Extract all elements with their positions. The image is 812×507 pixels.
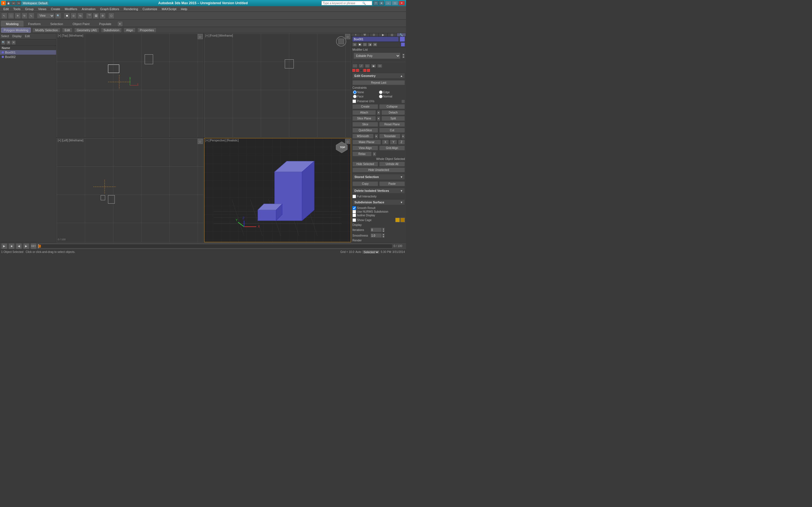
quick-access-btn[interactable]: 💾 bbox=[6, 1, 11, 5]
menu-views[interactable]: Views bbox=[36, 6, 49, 11]
cage-color-1[interactable] bbox=[395, 218, 400, 222]
sel-border-btn[interactable]: ⬚ bbox=[365, 64, 370, 68]
constraint-normal[interactable]: Normal bbox=[379, 95, 404, 98]
hide-unselected-btn[interactable]: Hide Unselected bbox=[352, 168, 405, 172]
sub-polygon-modeling[interactable]: Polygon Modeling bbox=[1, 27, 31, 33]
tab-populate[interactable]: Populate bbox=[94, 21, 116, 27]
sub-modify-selection[interactable]: Modify Selection bbox=[33, 27, 60, 33]
panel-icon-2[interactable]: 🔲 bbox=[357, 43, 362, 47]
isoline-display-checkbox[interactable] bbox=[352, 214, 356, 217]
panel-icon-5[interactable]: ⚙ bbox=[373, 43, 377, 47]
slice-btn[interactable]: Slice bbox=[352, 122, 378, 127]
z-btn[interactable]: Z bbox=[398, 140, 405, 145]
cmd-tab-hierarchy[interactable]: ⊙ bbox=[370, 33, 378, 36]
iterations-down[interactable]: ▼ bbox=[382, 230, 385, 232]
scene-item-box002[interactable]: Box002 bbox=[0, 55, 56, 59]
scene-filter-btn[interactable]: 🔍 bbox=[1, 40, 6, 45]
viewport-perspective[interactable]: [+] [Perspective] [Realistic] bbox=[204, 138, 351, 242]
view-align-btn[interactable]: View Align bbox=[352, 146, 378, 151]
reference-coord-dropdown[interactable]: View World Screen bbox=[37, 13, 54, 18]
use-nurms-label[interactable]: Use NURMS Subdivision bbox=[352, 210, 405, 214]
smoothness-down[interactable]: ▼ bbox=[382, 235, 385, 238]
scene-settings-btn[interactable]: ⚙ bbox=[6, 40, 11, 45]
x-btn[interactable]: X bbox=[382, 140, 389, 145]
full-interactivity-checkbox[interactable] bbox=[352, 194, 356, 198]
cmd-tab-utilities[interactable]: 🔧 bbox=[397, 33, 406, 36]
obj-name-input[interactable] bbox=[352, 37, 399, 42]
viewport-top-corner-btn[interactable]: □ bbox=[198, 34, 203, 39]
sub-properties[interactable]: Properties bbox=[137, 27, 156, 33]
cmd-tab-motion[interactable]: ▶ bbox=[378, 33, 388, 36]
search-input[interactable] bbox=[323, 2, 362, 5]
menu-graph-editors[interactable]: Graph Editors bbox=[98, 6, 121, 11]
collapse-btn[interactable]: Collapse bbox=[379, 104, 405, 109]
show-cage-label[interactable]: Show Cage bbox=[352, 218, 371, 222]
iterations-input[interactable] bbox=[370, 228, 382, 232]
create-btn[interactable]: Create bbox=[352, 104, 378, 109]
repeat-last-btn[interactable]: Repeat Last bbox=[352, 80, 405, 85]
use-nurms-checkbox[interactable] bbox=[352, 210, 356, 214]
attach-btn[interactable]: Attach bbox=[352, 110, 376, 115]
smoothness-up[interactable]: ▲ bbox=[382, 233, 385, 235]
tab-object-paint[interactable]: Object Paint bbox=[68, 21, 94, 27]
workspace-dropdown[interactable]: Workspace: Default bbox=[21, 1, 49, 5]
detach-btn[interactable]: Detach bbox=[382, 110, 405, 115]
panel-icon-4[interactable]: ◑ bbox=[368, 43, 372, 47]
stored-selection-header[interactable]: Stored Selection ▼ bbox=[352, 174, 405, 180]
menu-edit[interactable]: Edit bbox=[1, 6, 11, 11]
tesselate-settings-btn[interactable]: ▸ bbox=[402, 134, 405, 138]
viewport-left[interactable]: [+] [Left] [Wireframe] □ 0 / 100 bbox=[56, 138, 204, 242]
copy-btn[interactable]: Copy bbox=[352, 181, 378, 186]
split-settings-btn[interactable]: ▸ bbox=[377, 116, 380, 121]
cage-color-2[interactable] bbox=[400, 218, 405, 222]
make-planar-btn[interactable]: Make Planar bbox=[352, 140, 381, 145]
menu-customize[interactable]: Customize bbox=[140, 6, 160, 11]
render-settings-btn[interactable]: ⚙ bbox=[100, 13, 106, 19]
y-btn[interactable]: Y bbox=[390, 140, 397, 145]
menu-animation[interactable]: Animation bbox=[80, 6, 98, 11]
constraint-face-radio[interactable] bbox=[353, 95, 357, 98]
help-search-btn[interactable]: ? bbox=[373, 1, 378, 5]
smooth-result-checkbox[interactable] bbox=[352, 206, 356, 210]
show-cage-checkbox[interactable] bbox=[352, 218, 356, 222]
relax-settings-btn[interactable]: ▸ bbox=[373, 152, 376, 156]
delete-isolated-header[interactable]: Delete Isolated Vertices ▼ bbox=[352, 188, 405, 193]
menu-tools[interactable]: Tools bbox=[11, 6, 23, 11]
msmooth-settings-btn[interactable]: ▸ bbox=[375, 134, 378, 138]
preserve-uvs-settings-btn[interactable] bbox=[402, 100, 405, 103]
quickslice-btn[interactable]: QuickSlice bbox=[352, 128, 378, 133]
scene-close-btn[interactable]: ✕ bbox=[11, 40, 16, 45]
sub-edit[interactable]: Edit bbox=[62, 27, 72, 33]
viewport-front[interactable]: [+] [Front] [Wireframe] □ bbox=[204, 33, 351, 137]
paste-btn[interactable]: Paste bbox=[379, 181, 405, 186]
prev-frame-btn[interactable]: ◀ bbox=[16, 243, 22, 249]
display-label[interactable]: Display bbox=[12, 35, 22, 38]
msmooth-btn[interactable]: MSmooth bbox=[352, 134, 373, 138]
next-frame-btn[interactable]: ▶ bbox=[23, 243, 29, 249]
key-mode-btn[interactable]: KEY bbox=[31, 243, 37, 249]
select-region-btn[interactable]: ⬚ bbox=[8, 13, 14, 19]
isoline-display-label[interactable]: Isoline Display bbox=[352, 214, 405, 217]
menu-group[interactable]: Group bbox=[23, 6, 36, 11]
full-interactivity-label[interactable]: Full Interactivity bbox=[352, 194, 405, 198]
modifier-item-editable-poly[interactable]: Editable Poly bbox=[353, 62, 405, 62]
menu-maxscript[interactable]: MAXScript bbox=[160, 6, 179, 11]
menu-modifiers[interactable]: Modifiers bbox=[62, 6, 80, 11]
constraint-face[interactable]: Face bbox=[353, 95, 378, 98]
sel-edge-btn[interactable]: ╱ bbox=[359, 64, 364, 68]
sel-element-btn[interactable]: ⬡ bbox=[377, 64, 382, 68]
viewport-perspective-corner-btn[interactable]: □ bbox=[345, 139, 350, 144]
select-filter-btn[interactable]: 🔍 bbox=[55, 13, 61, 19]
unhide-all-btn[interactable]: Unhide All bbox=[379, 162, 405, 166]
constraint-none-radio[interactable] bbox=[353, 91, 357, 94]
tab-options-btn[interactable]: ▾ bbox=[117, 21, 123, 27]
subdivision-surface-header[interactable]: Subdivision Surface ▼ bbox=[352, 200, 405, 205]
material-editor-btn[interactable]: ⬡ bbox=[108, 13, 114, 19]
viewport-top[interactable]: [+] [Top] [Wireframe] X Y □ bbox=[56, 33, 204, 137]
smooth-result-label[interactable]: Smooth Result bbox=[352, 206, 405, 210]
stop-btn[interactable]: ■ bbox=[8, 243, 15, 249]
render-btn[interactable]: 🎬 bbox=[86, 13, 92, 19]
edit-label[interactable]: Edit bbox=[25, 35, 30, 38]
support-btn[interactable]: ★ bbox=[379, 1, 384, 5]
move-btn[interactable]: ✛ bbox=[15, 13, 21, 19]
